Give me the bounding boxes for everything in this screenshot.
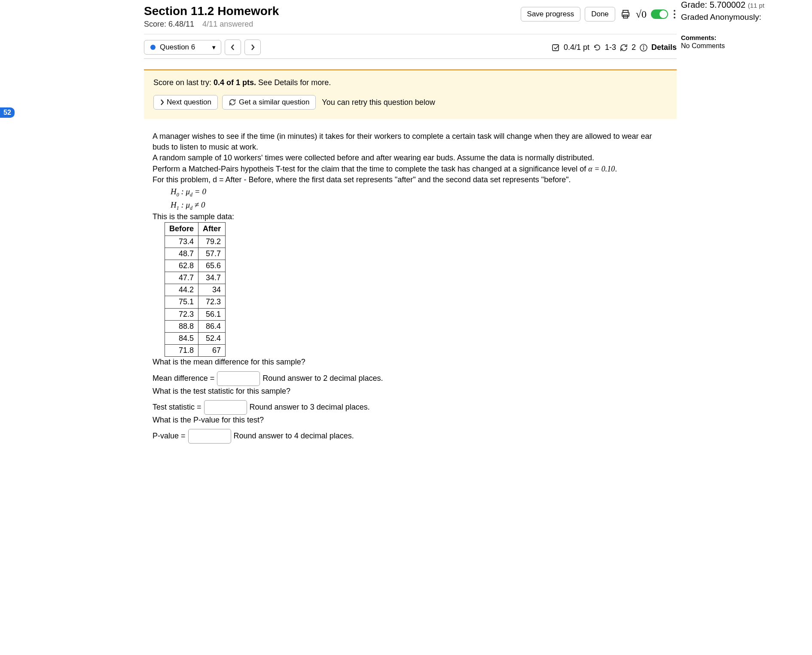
svg-rect-6	[553, 45, 559, 51]
score-try-value: 0.4 of 1 pts.	[214, 78, 256, 87]
retry-icon	[620, 43, 628, 52]
retries-label: 2	[632, 43, 636, 52]
grade-label: Grade: 5.700002	[681, 0, 745, 9]
next-question-button[interactable]	[244, 40, 261, 55]
next-question-label: Next question	[167, 98, 211, 107]
last-try-box: Score on last try: 0.4 of 1 pts. See Det…	[144, 70, 677, 119]
print-icon[interactable]	[620, 8, 632, 20]
svg-point-3	[674, 10, 675, 12]
retry-text: You can retry this question below	[322, 98, 435, 107]
calculator-icon[interactable]: √0	[636, 9, 647, 20]
done-button[interactable]: Done	[585, 7, 615, 21]
mean-diff-input[interactable]	[217, 371, 260, 386]
details-link[interactable]: Details	[651, 43, 677, 52]
table-row: 71.867	[165, 345, 226, 357]
side-badge[interactable]: 52	[0, 107, 15, 118]
table-row: 48.757.7	[165, 248, 226, 260]
q-mean-diff: What is the mean difference for this sam…	[153, 357, 668, 367]
grade-points: (11 pt	[748, 2, 764, 9]
p-value-input[interactable]	[188, 429, 231, 444]
test-stat-input[interactable]	[204, 400, 247, 415]
problem-p1: A manager wishes to see if the time (in …	[153, 131, 668, 153]
p-value-label: P-value =	[153, 431, 186, 441]
toggle-switch[interactable]	[651, 9, 668, 19]
problem-p2: A random sample of 10 workers' times wer…	[153, 153, 668, 163]
info-icon	[639, 43, 648, 52]
more-menu-icon[interactable]	[672, 8, 677, 20]
chevron-down-icon: ▼	[211, 44, 217, 51]
next-question-action-button[interactable]: Next question	[153, 95, 218, 110]
svg-point-8	[643, 46, 644, 46]
table-row: 75.172.3	[165, 296, 226, 308]
check-icon	[552, 43, 560, 52]
col-after: After	[198, 223, 226, 236]
prev-question-button[interactable]	[225, 40, 241, 55]
hypothesis-alt: H1 : μd ≠ 0	[171, 199, 668, 212]
score-try-prefix: Score on last try:	[153, 78, 214, 87]
q-p-value: What is the P-value for this test?	[153, 415, 668, 425]
svg-point-4	[674, 13, 675, 15]
test-stat-round: Round answer to 3 decimal places.	[250, 402, 370, 413]
table-row: 72.356.1	[165, 308, 226, 320]
question-label: Question 6	[160, 43, 195, 52]
table-row: 88.886.4	[165, 320, 226, 332]
table-row: 62.865.6	[165, 260, 226, 272]
p-value-round: Round answer to 4 decimal places.	[234, 431, 354, 441]
no-comments: No Comments	[681, 42, 806, 50]
svg-point-5	[674, 17, 675, 18]
points-label: 0.4/1 pt	[564, 43, 589, 52]
score-try-suffix: See Details for more.	[258, 78, 331, 87]
score-label: Score: 6.48/11	[144, 20, 194, 28]
comments-heading: Comments:	[681, 34, 806, 41]
save-progress-button[interactable]: Save progress	[521, 7, 581, 21]
graded-anonymously: Graded Anonymously:	[681, 12, 806, 22]
undo-icon	[593, 43, 601, 52]
q-test-stat: What is the test statistic for this samp…	[153, 386, 668, 397]
sample-data-label: This is the sample data:	[153, 211, 668, 222]
col-before: Before	[165, 223, 198, 236]
page-title: Section 11.2 Homework	[144, 4, 279, 18]
hypothesis-null: H0 : μd = 0	[171, 186, 668, 199]
table-row: 47.734.7	[165, 272, 226, 284]
mean-diff-round: Round answer to 2 decimal places.	[263, 373, 383, 384]
similar-question-button[interactable]: Get a similar question	[222, 95, 316, 110]
problem-p4: For this problem, d = After - Before, wh…	[153, 174, 668, 185]
test-stat-label: Test statistic =	[153, 402, 201, 413]
table-row: 73.479.2	[165, 236, 226, 248]
status-dot-icon	[150, 45, 156, 50]
sample-data-table: Before After 73.479.248.757.762.865.647.…	[165, 222, 226, 357]
grade-sidebar: Grade: 5.700002 (11 pt Graded Anonymousl…	[681, 0, 806, 50]
table-row: 84.552.4	[165, 333, 226, 345]
problem-p3: Perform a Matched-Pairs hypotheis T-test…	[153, 164, 668, 174]
question-selector[interactable]: Question 6 ▼	[144, 40, 221, 55]
answered-count: 4/11 answered	[202, 20, 253, 28]
similar-question-label: Get a similar question	[239, 98, 309, 107]
table-row: 44.234	[165, 284, 226, 296]
question-body: A manager wishes to see if the time (in …	[144, 119, 677, 444]
mean-diff-label: Mean difference =	[153, 373, 214, 384]
tries-label: 1-3	[605, 43, 616, 52]
